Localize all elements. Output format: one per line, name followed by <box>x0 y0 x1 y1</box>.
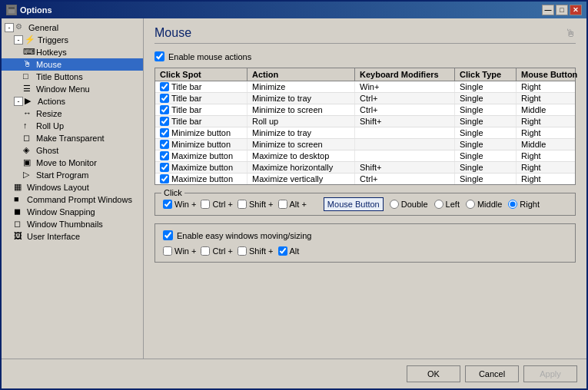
td-spot: Maximize button <box>155 162 247 173</box>
expand-actions[interactable]: - <box>14 97 23 106</box>
sidebar-item-window-menu[interactable]: ☰ Window Menu <box>2 83 143 95</box>
radio-double-input[interactable] <box>390 200 399 209</box>
td-action: Maximize vertically <box>247 174 355 184</box>
table-row: Title bar Minimize to screen Ctrl+ Singl… <box>155 104 575 116</box>
row-checkbox[interactable] <box>160 105 169 114</box>
enable-mouse-label: Enable mouse actions <box>168 52 251 61</box>
sidebar-item-ghost[interactable]: ◈ Ghost <box>2 144 143 157</box>
table-row: Maximize button Maximize horizontally Sh… <box>155 162 575 174</box>
td-button: Middle <box>517 139 586 150</box>
sidebar-item-hotkeys[interactable]: ⌨ Hotkeys <box>2 46 143 58</box>
sidebar-item-move-to-monitor[interactable]: ▣ Move to Monitor <box>2 157 143 169</box>
col-action: Action <box>247 68 355 81</box>
sidebar-item-resize[interactable]: ↔ Resize <box>2 107 143 120</box>
right-panel: Mouse 🖱 Enable mouse actions Click Spot … <box>144 18 586 359</box>
mouse-button-label: Mouse Button <box>324 197 384 211</box>
close-button[interactable]: ✕ <box>570 5 582 15</box>
row-checkbox[interactable] <box>160 163 169 172</box>
radio-left-input[interactable] <box>434 200 443 209</box>
enable-mouse-row: Enable mouse actions <box>154 51 576 61</box>
window-title: Options <box>20 5 52 15</box>
td-click-type: Single <box>455 93 517 104</box>
row-checkbox[interactable] <box>160 117 169 126</box>
radio-middle-input[interactable] <box>466 200 475 209</box>
radio-right-input[interactable] <box>508 200 517 209</box>
row-checkbox[interactable] <box>160 151 169 160</box>
click-alt-checkbox[interactable] <box>278 200 287 209</box>
easy-shift-checkbox[interactable] <box>238 246 247 256</box>
td-button: Right <box>517 174 586 184</box>
modifier-ctrl: Ctrl + <box>201 200 233 209</box>
easy-section-header: Enable easy windows moving/sizing <box>163 230 567 240</box>
easy-modifier-alt: Alt <box>278 246 300 256</box>
roll-up-icon: ↑ <box>23 121 34 131</box>
enable-mouse-checkbox[interactable] <box>154 51 164 61</box>
command-prompt-icon: ■ <box>14 194 25 205</box>
panel-title-bar: Mouse 🖱 <box>154 26 576 44</box>
row-checkbox[interactable] <box>160 82 169 91</box>
sidebar-item-windows-layout[interactable]: ▦ Windows Layout <box>2 181 143 193</box>
row-checkbox[interactable] <box>160 128 169 137</box>
easy-win-checkbox[interactable] <box>163 246 172 256</box>
sidebar-item-window-thumbnails[interactable]: ◻ Window Thumbnails <box>2 218 143 230</box>
td-action: Minimize to tray <box>247 93 355 104</box>
td-action: Roll up <box>247 116 355 127</box>
mouse-actions-table: Click Spot Action Keyboard Modifiers Cli… <box>154 68 576 185</box>
td-modifiers: Shift+ <box>355 116 455 127</box>
maximize-button[interactable]: □ <box>556 5 568 15</box>
sidebar-item-window-snapping[interactable]: ◼ Window Snapping <box>2 206 143 218</box>
main-content: - ⚙ General - ⚡ Triggers ⌨ Hotkeys 🖱 Mou… <box>2 18 586 359</box>
row-checkbox[interactable] <box>160 174 169 183</box>
td-spot: Minimize button <box>155 127 247 138</box>
row-checkbox[interactable] <box>160 94 169 103</box>
enable-easy-label: Enable easy windows moving/sizing <box>177 231 311 240</box>
snapping-icon: ◼ <box>14 207 25 217</box>
td-button: Right <box>517 116 586 127</box>
click-section-label: Click <box>161 188 184 197</box>
td-modifiers: Ctrl+ <box>355 104 455 115</box>
expand-general[interactable]: - <box>5 23 14 32</box>
minimize-button[interactable]: — <box>542 5 554 15</box>
sidebar-item-mouse[interactable]: 🖱 Mouse <box>2 58 143 71</box>
col-keyboard-mod: Keyboard Modifiers <box>355 68 455 81</box>
click-ctrl-checkbox[interactable] <box>201 200 210 209</box>
row-checkbox[interactable] <box>160 140 169 149</box>
sidebar-item-triggers[interactable]: - ⚡ Triggers <box>2 34 143 46</box>
td-button: Right <box>517 81 586 92</box>
td-spot: Title bar <box>155 116 247 127</box>
enable-easy-checkbox[interactable] <box>163 230 173 240</box>
td-modifiers: Ctrl+ <box>355 174 455 184</box>
sidebar-item-actions[interactable]: - ▶ Actions <box>2 95 143 107</box>
window-menu-icon: ☰ <box>23 84 34 94</box>
sidebar-item-general[interactable]: - ⚙ General <box>2 21 143 34</box>
table-row: Title bar Minimize to tray Ctrl+ Single … <box>155 93 575 104</box>
td-click-type: Single <box>455 139 517 150</box>
td-modifiers <box>355 139 455 150</box>
sidebar-item-title-buttons[interactable]: □ Title Buttons <box>2 71 143 83</box>
td-button: Right <box>517 150 586 161</box>
td-action: Maximize horizontally <box>247 162 355 173</box>
td-click-type: Single <box>455 150 517 161</box>
sidebar-item-make-transparent[interactable]: ◻ Make Transparent <box>2 132 143 144</box>
col-click-spot: Click Spot <box>155 68 247 81</box>
sidebar-item-start-program[interactable]: ▷ Start Program <box>2 169 143 181</box>
ok-button[interactable]: OK <box>407 365 460 382</box>
easy-ctrl-checkbox[interactable] <box>201 246 210 256</box>
col-mouse-button: Mouse Button <box>517 68 586 81</box>
expand-triggers[interactable]: - <box>14 35 23 45</box>
click-win-checkbox[interactable] <box>163 200 172 209</box>
click-modifiers-row: Win + Ctrl + Shift + Alt + <box>163 200 567 209</box>
click-shift-checkbox[interactable] <box>238 200 247 209</box>
easy-section: Enable easy windows moving/sizing Win + … <box>154 223 576 263</box>
easy-alt-checkbox[interactable] <box>278 246 287 256</box>
svg-rect-1 <box>8 7 15 9</box>
sidebar-item-roll-up[interactable]: ↑ Roll Up <box>2 120 143 132</box>
click-section: Click Win + Ctrl + Shift + <box>154 193 576 216</box>
apply-button[interactable]: Apply <box>523 365 577 382</box>
sidebar-item-user-interface[interactable]: 🖼 User Interface <box>2 230 143 243</box>
bottom-bar: OK Cancel Apply <box>2 359 586 388</box>
td-spot: Title bar <box>155 93 247 104</box>
sidebar-item-command-prompt[interactable]: ■ Command Prompt Windows <box>2 193 143 206</box>
cancel-button[interactable]: Cancel <box>465 365 519 382</box>
table-row: Maximize button Maximize to desktop Sing… <box>155 150 575 162</box>
